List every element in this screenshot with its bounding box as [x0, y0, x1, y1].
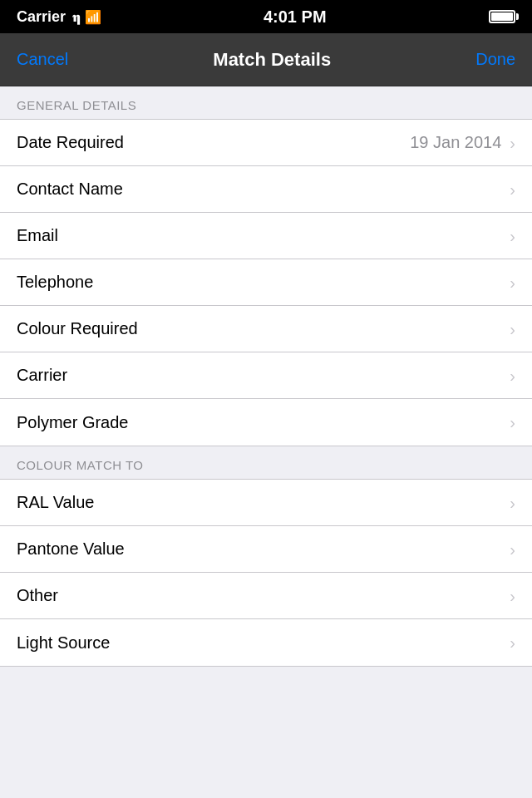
chevron-icon: › [510, 588, 515, 604]
row-label: Contact Name [17, 180, 123, 199]
row-left: Contact Name [17, 180, 123, 199]
row-right: › [510, 367, 515, 384]
row-label: Light Source [17, 633, 110, 653]
row-label: Polymer Grade [17, 413, 129, 432]
table-row[interactable]: Date Required19 Jan 2014› [0, 120, 532, 166]
table-1: RAL Value›Pantone Value›Other›Light Sour… [0, 479, 532, 667]
row-right: › [510, 588, 515, 604]
table-row[interactable]: Contact Name› [0, 166, 532, 213]
row-label: Email [17, 226, 58, 245]
row-left: Polymer Grade [17, 413, 129, 432]
row-right: › [510, 414, 515, 431]
row-right: › [510, 181, 515, 198]
row-left: Other [17, 586, 58, 605]
chevron-icon: › [510, 414, 515, 431]
row-right: 19 Jan 2014› [410, 133, 515, 152]
table-0: Date Required19 Jan 2014›Contact Name›Em… [0, 119, 532, 446]
row-label: Other [17, 586, 58, 605]
table-row[interactable]: Polymer Grade› [0, 399, 532, 446]
section-header-1: COLOUR MATCH TO [0, 446, 532, 479]
chevron-icon: › [510, 634, 515, 651]
row-left: Light Source [17, 633, 110, 653]
done-button[interactable]: Done [475, 50, 515, 69]
table-row[interactable]: Telephone› [0, 259, 532, 306]
table-row[interactable]: Colour Required› [0, 306, 532, 352]
table-row[interactable]: Email› [0, 213, 532, 259]
row-value: 19 Jan 2014 [410, 133, 501, 152]
table-row[interactable]: Pantone Value› [0, 526, 532, 573]
table-row[interactable]: Carrier› [0, 352, 532, 399]
row-left: Colour Required [17, 319, 138, 338]
row-right: › [510, 541, 515, 558]
status-bar: Carrier 𝛈 📶 4:01 PM [0, 0, 532, 33]
section-header-0: GENERAL DETAILS [0, 86, 532, 119]
row-label: Carrier [17, 366, 67, 385]
row-right: › [510, 228, 515, 244]
row-left: Date Required [17, 133, 124, 152]
row-right: › [510, 495, 515, 511]
content: GENERAL DETAILSDate Required19 Jan 2014›… [0, 86, 532, 667]
row-label: RAL Value [17, 493, 94, 512]
chevron-icon: › [510, 495, 515, 511]
battery-icon [489, 10, 515, 23]
row-left: Telephone [17, 273, 93, 292]
row-label: Colour Required [17, 319, 138, 338]
chevron-icon: › [510, 181, 515, 198]
chevron-icon: › [510, 541, 515, 558]
chevron-icon: › [510, 321, 515, 337]
row-label: Pantone Value [17, 539, 125, 559]
chevron-icon: › [510, 228, 515, 244]
row-left: RAL Value [17, 493, 94, 512]
chevron-icon: › [510, 274, 515, 291]
status-time: 4:01 PM [264, 7, 327, 27]
table-row[interactable]: RAL Value› [0, 480, 532, 526]
chevron-icon: › [510, 367, 515, 384]
table-row[interactable]: Light Source› [0, 619, 532, 666]
wifi-icon: 𝛈 📶 [72, 9, 101, 25]
table-row[interactable]: Other› [0, 573, 532, 619]
chevron-icon: › [510, 135, 515, 151]
row-label: Date Required [17, 133, 124, 152]
row-left: Pantone Value [17, 539, 125, 559]
carrier-wifi: Carrier 𝛈 📶 [17, 8, 101, 26]
row-label: Telephone [17, 273, 93, 292]
row-right: › [510, 634, 515, 651]
battery-area [489, 10, 515, 23]
row-right: › [510, 321, 515, 337]
nav-title: Match Details [213, 49, 331, 71]
cancel-button[interactable]: Cancel [17, 50, 68, 69]
row-left: Email [17, 226, 58, 245]
row-left: Carrier [17, 366, 67, 385]
row-right: › [510, 274, 515, 291]
nav-bar: Cancel Match Details Done [0, 33, 532, 86]
carrier-label: Carrier [17, 8, 66, 26]
